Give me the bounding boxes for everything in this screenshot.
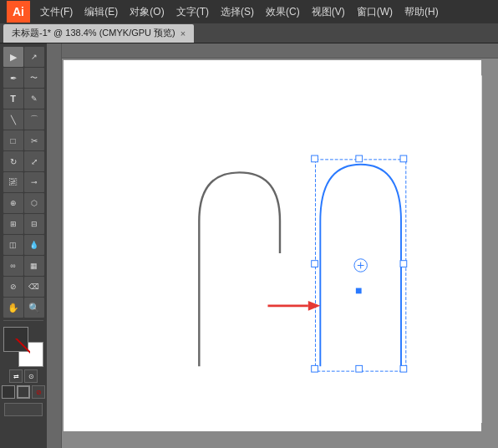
tool-row-5: □ ✂ bbox=[3, 130, 44, 150]
menu-text[interactable]: 文字(T) bbox=[171, 3, 214, 21]
default-colors-icon[interactable]: ⊙ bbox=[24, 369, 38, 383]
tool-row-11: ∞ ▦ bbox=[3, 256, 44, 276]
zoom-tool[interactable]: 🔍 bbox=[24, 298, 44, 318]
rotate-tool[interactable]: ↻ bbox=[3, 151, 23, 171]
menu-effect[interactable]: 效果(C) bbox=[261, 3, 305, 21]
tab-title: 未标题-1* @ 138.4% (CMYK/GPU 预览) bbox=[12, 27, 175, 39]
menu-object[interactable]: 对象(O) bbox=[124, 3, 169, 21]
tool-row-13: ✋ 🔍 bbox=[3, 298, 44, 318]
menu-bar: 文件(F) 编辑(E) 对象(O) 文字(T) 选择(S) 效果(C) 视图(V… bbox=[35, 3, 491, 21]
mesh-tool[interactable]: ⊟ bbox=[24, 214, 44, 234]
tool-row-6: ↻ ⤢ bbox=[3, 151, 44, 171]
tab-close-button[interactable]: × bbox=[180, 28, 185, 38]
none-mode-icon[interactable]: ⊘ bbox=[32, 385, 45, 399]
toolbar-divider bbox=[3, 320, 43, 321]
tool-row-9: ⊞ ⊟ bbox=[3, 214, 44, 234]
hand-tool[interactable]: ✋ bbox=[3, 298, 23, 318]
warp-tool[interactable]: 〾 bbox=[3, 172, 23, 192]
rect-tool[interactable]: □ bbox=[3, 130, 23, 150]
main-layout: ▶ ↗ ✒ 〜 T ✎ ╲ ⌒ □ ✂ ↻ ⤢ 〾 ⊸ ⊕ ⬡ bbox=[0, 43, 498, 448]
tool-row-1: ▶ ↗ bbox=[3, 47, 44, 67]
app-logo: Ai bbox=[7, 1, 30, 23]
swatch-mini-icons: ⇄ ⊙ bbox=[9, 369, 38, 383]
ruler-top bbox=[47, 43, 498, 59]
handle-tr[interactable] bbox=[400, 155, 407, 162]
tool-row-3: T ✎ bbox=[3, 89, 44, 109]
eraser-tool[interactable]: ⌫ bbox=[24, 277, 44, 297]
artboard bbox=[86, 75, 482, 423]
curvature-tool[interactable]: 〜 bbox=[24, 68, 44, 88]
toolbar: ▶ ↗ ✒ 〜 T ✎ ╲ ⌒ □ ✂ ↻ ⤢ 〾 ⊸ ⊕ ⬡ bbox=[0, 43, 47, 448]
tab-bar: 未标题-1* @ 138.4% (CMYK/GPU 预览) × bbox=[0, 23, 498, 43]
menu-window[interactable]: 窗口(W) bbox=[352, 3, 398, 21]
scale-tool[interactable]: ⤢ bbox=[24, 151, 44, 171]
pen-tool[interactable]: ✒ bbox=[3, 68, 23, 88]
slice-tool[interactable]: ⊘ bbox=[3, 277, 23, 297]
stroke-mode-icon[interactable] bbox=[17, 385, 30, 399]
scissor-tool[interactable]: ✂ bbox=[24, 130, 44, 150]
direct-selection-tool[interactable]: ↗ bbox=[24, 47, 44, 67]
menu-file[interactable]: 文件(F) bbox=[35, 3, 78, 21]
title-bar: Ai 文件(F) 编辑(E) 对象(O) 文字(T) 选择(S) 效果(C) 视… bbox=[0, 0, 498, 23]
swap-colors-icon[interactable]: ⇄ bbox=[9, 369, 23, 383]
fill-mode-icon[interactable] bbox=[2, 385, 15, 399]
handle-br[interactable] bbox=[400, 365, 407, 372]
menu-select[interactable]: 选择(S) bbox=[216, 3, 259, 21]
handle-bl[interactable] bbox=[312, 365, 318, 372]
tool-row-8: ⊕ ⬡ bbox=[3, 193, 44, 213]
blend-tool[interactable]: ∞ bbox=[3, 256, 23, 276]
canvas-svg bbox=[62, 59, 498, 448]
selection-tool[interactable]: ▶ bbox=[3, 47, 23, 67]
column-chart-tool[interactable]: ▦ bbox=[24, 256, 44, 276]
type-tool[interactable]: T bbox=[3, 89, 23, 109]
menu-view[interactable]: 视图(V) bbox=[307, 3, 350, 21]
perspective-tool[interactable]: ⊞ bbox=[3, 214, 23, 234]
handle-tl[interactable] bbox=[312, 155, 318, 162]
draw-normal-icon[interactable] bbox=[4, 403, 43, 416]
anchor-point bbox=[356, 288, 362, 294]
shape-builder-tool[interactable]: ⊕ bbox=[3, 193, 23, 213]
mode-icons: ⊘ bbox=[2, 385, 45, 399]
tool-row-12: ⊘ ⌫ bbox=[3, 277, 44, 297]
ruler-left bbox=[47, 43, 62, 448]
menu-help[interactable]: 帮助(H) bbox=[399, 3, 444, 21]
arc-tool[interactable]: ⌒ bbox=[24, 109, 44, 130]
live-paint-tool[interactable]: ⬡ bbox=[24, 193, 44, 213]
touch-type-tool[interactable]: ✎ bbox=[24, 89, 44, 109]
menu-edit[interactable]: 编辑(E) bbox=[79, 3, 123, 21]
color-swatch-area bbox=[3, 327, 43, 367]
canvas-area bbox=[47, 43, 498, 448]
eyedropper-tool[interactable]: 💧 bbox=[24, 235, 44, 255]
tool-row-2: ✒ 〜 bbox=[3, 68, 44, 88]
handle-tm[interactable] bbox=[356, 155, 363, 162]
draw-mode-icons bbox=[4, 403, 43, 416]
line-tool[interactable]: ╲ bbox=[3, 109, 23, 130]
tool-row-7: 〾 ⊸ bbox=[3, 172, 44, 192]
gradient-tool[interactable]: ◫ bbox=[3, 235, 23, 255]
document-tab[interactable]: 未标题-1* @ 138.4% (CMYK/GPU 预览) × bbox=[3, 24, 194, 43]
tool-row-10: ◫ 💧 bbox=[3, 235, 44, 255]
width-tool[interactable]: ⊸ bbox=[24, 172, 44, 192]
handle-lm[interactable] bbox=[312, 261, 318, 267]
handle-rm[interactable] bbox=[400, 261, 407, 267]
handle-bm[interactable] bbox=[356, 365, 363, 372]
tool-row-4: ╲ ⌒ bbox=[3, 109, 44, 130]
